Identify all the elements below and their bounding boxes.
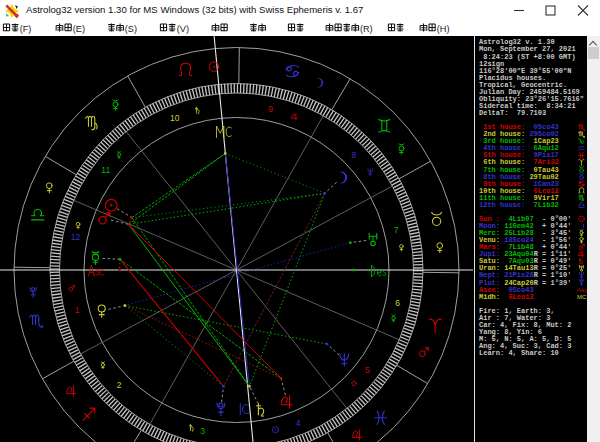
svg-text:8: 8 [352,150,357,160]
svg-text:(V): (V) [177,24,189,34]
svg-text:9: 9 [268,104,273,114]
svg-text:2: 2 [117,380,122,390]
svg-text:(H): (H) [437,24,450,34]
svg-text:(E): (E) [73,24,85,34]
svg-text:1: 1 [75,305,80,315]
svg-text:3: 3 [200,426,205,436]
svg-text:11: 11 [101,165,110,175]
svg-text:6: 6 [395,298,400,308]
svg-text:(S): (S) [125,24,137,34]
svg-text:(R): (R) [360,24,373,34]
svg-text:(F): (F) [20,24,32,34]
svg-text:7: 7 [394,225,399,235]
svg-text:5: 5 [365,365,370,375]
svg-text:10: 10 [170,113,180,123]
svg-text:12: 12 [71,232,81,242]
svg-text:4: 4 [296,418,301,428]
